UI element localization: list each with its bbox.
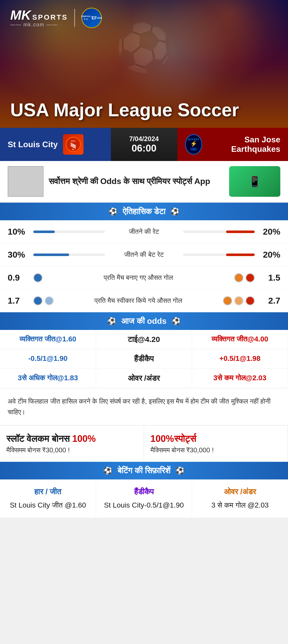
odds-away-win[interactable]: व्यक्तिगत जीत@4.00 bbox=[192, 330, 288, 349]
stat-label-goals-scored: प्रति मैच बनाए गए औसत गोल bbox=[42, 274, 234, 282]
soccer-ball-icon-betting-right: ⚽ bbox=[176, 466, 185, 475]
quakes-icon: ⚡ bbox=[190, 141, 197, 147]
note-text: अवे टीम फिलहाल जीत हासिल करने के लिए संघ… bbox=[0, 388, 288, 425]
bar-track-left-1 bbox=[33, 231, 105, 233]
odds-section: ⚽ आज की odds ⚽ व्यक्तिगत जीत@1.60 टाई@4.… bbox=[0, 312, 288, 388]
header-banner: MK SPORTS —— mk.com —— EMPOLI F.C. EF 19… bbox=[0, 0, 288, 128]
stat-right-win-rate: 20% bbox=[255, 227, 280, 237]
ball-icon-orange-1 bbox=[234, 273, 243, 282]
stat-left-goals-conceded: 1.7 bbox=[8, 296, 33, 306]
sports-text: SPORTS bbox=[32, 14, 68, 21]
svg-point-6 bbox=[190, 148, 197, 151]
betting-col-header-ou: ओवर /अंडर bbox=[197, 487, 283, 496]
stat-label-bet-rate: जीतने की बेट रेट bbox=[105, 251, 183, 259]
away-team-badge: QUAKES ⚡ bbox=[185, 134, 202, 155]
quakes-label: QUAKES bbox=[188, 138, 199, 141]
ball-icon-orange-3 bbox=[234, 296, 243, 305]
odds-tie[interactable]: टाई@4.20 bbox=[96, 330, 192, 349]
stat-right-goals-scored: 1.5 bbox=[255, 273, 280, 283]
stat-right-bet-rate: 20% bbox=[255, 250, 280, 260]
stat-bar-left-bet-rate bbox=[33, 254, 105, 256]
bonus-sports-subtitle: मैक्सिमम बोनस ₹30,000 ! bbox=[151, 446, 281, 454]
note-content: अवे टीम फिलहाल जीत हासिल करने के लिए संघ… bbox=[8, 397, 271, 416]
betting-section: ⚽ बेटिंग की सिफ़ारिशें ⚽ हार / जीत St Lo… bbox=[0, 462, 288, 518]
icon-row-left-goals-conceded bbox=[33, 296, 54, 305]
app-screenshots: 📱 bbox=[229, 166, 280, 197]
stat-row-goals-conceded: 1.7 प्रति मैच स्वीकार किये गये औसत गोल 2… bbox=[0, 289, 288, 312]
soccer-ball-icon-left: ⚽ bbox=[109, 207, 118, 216]
home-team-section: St Louis City CITY SC bbox=[0, 128, 111, 161]
stat-row-bet-rate: 30% जीतने की बेट रेट 20% bbox=[0, 243, 288, 266]
app-promo-banner[interactable]: सर्वोत्तम श्रेणी की Odds के साथ प्रीमियर… bbox=[0, 161, 288, 203]
soccer-ball-icon-betting-left: ⚽ bbox=[103, 466, 112, 475]
match-time: 06:00 bbox=[132, 143, 156, 154]
betting-col-handicap: हैंडीकैप St Louis City-0.5/1@1.90 bbox=[96, 480, 192, 518]
logo-divider bbox=[74, 9, 75, 27]
icon-row-right-goals-scored bbox=[234, 273, 255, 282]
stat-left-goals-scored: 0.9 bbox=[8, 273, 33, 283]
odds-away-handicap[interactable]: +0.5/1@1.98 bbox=[192, 349, 288, 369]
odds-header: ⚽ आज की odds ⚽ bbox=[0, 312, 288, 330]
app-promo-text: सर्वोत्तम श्रेणी की Odds के साथ प्रीमियर… bbox=[49, 176, 224, 187]
betting-header: ⚽ बेटिंग की सिफ़ारिशें ⚽ bbox=[0, 462, 288, 479]
betting-col-header-win-loss: हार / जीत bbox=[5, 487, 91, 496]
banner-title: USA Major League Soccer bbox=[10, 100, 278, 120]
icon-row-right-goals-conceded bbox=[223, 296, 255, 305]
bar-fill-blue-1 bbox=[33, 231, 55, 233]
icon-row-left-goals-scored bbox=[33, 273, 42, 282]
ball-icon-red-1 bbox=[246, 273, 255, 282]
away-team-name: San Jose Earthquakes bbox=[207, 135, 280, 154]
match-header: St Louis City CITY SC 7/04/2024 06:00 QU… bbox=[0, 128, 288, 161]
ball-icon-blue-2 bbox=[33, 296, 42, 305]
bonus-card-slots[interactable]: स्लॉट वेलकम बोनस 100% मैक्सिमम बोनस ₹30,… bbox=[0, 426, 144, 462]
svg-text:SC: SC bbox=[72, 148, 74, 150]
bar-track-right-2 bbox=[183, 254, 255, 256]
app-promo-image-placeholder bbox=[8, 166, 44, 197]
bottom-padding bbox=[0, 518, 288, 569]
home-team-badge: CITY SC bbox=[63, 134, 83, 155]
away-team-section: QUAKES ⚡ San Jose Earthquakes bbox=[177, 128, 288, 161]
odds-over[interactable]: 3से अधिक गोल@1.83 bbox=[0, 369, 96, 388]
odds-ou-label: ओवर /अंडर bbox=[96, 369, 192, 388]
odds-home-handicap[interactable]: -0.5/1@1.90 bbox=[0, 349, 96, 369]
domain-text: —— mk.com —— bbox=[10, 22, 58, 28]
bonus-slots-title: स्लॉट वेलकम बोनस 100% bbox=[6, 433, 137, 444]
mk-sports-logo: MK SPORTS —— mk.com —— bbox=[10, 8, 68, 28]
betting-col-win-loss: हार / जीत St Louis City जीत @1.60 bbox=[0, 480, 96, 518]
betting-col-ou: ओवर /अंडर 3 से कम गोल @2.03 bbox=[192, 480, 288, 518]
betting-col-value-ou: 3 से कम गोल @2.03 bbox=[197, 500, 283, 510]
banner-title-area: USA Major League Soccer bbox=[0, 95, 288, 128]
stat-label-win-rate: जीतने की रेट bbox=[105, 228, 183, 236]
logo-area: MK SPORTS —— mk.com —— EMPOLI F.C. EF 19… bbox=[10, 8, 102, 28]
historical-title: ऐतिहासिक डेटा bbox=[123, 207, 166, 216]
stat-bar-right-win-rate bbox=[183, 231, 255, 233]
stat-left-bet-rate: 30% bbox=[8, 250, 33, 260]
stat-row-goals-scored: 0.9 प्रति मैच बनाए गए औसत गोल 1.5 bbox=[0, 266, 288, 289]
odds-grid: व्यक्तिगत जीत@1.60 टाई@4.20 व्यक्तिगत जी… bbox=[0, 330, 288, 388]
bar-fill-red-2 bbox=[226, 254, 255, 256]
betting-grid: हार / जीत St Louis City जीत @1.60 हैंडीक… bbox=[0, 479, 288, 518]
stat-bar-left-win-rate bbox=[33, 231, 105, 233]
odds-title: आज की odds bbox=[121, 316, 166, 326]
stat-label-goals-conceded: प्रति मैच स्वीकार किये गये औसत गोल bbox=[54, 297, 223, 305]
match-date: 7/04/2024 bbox=[129, 135, 159, 143]
odds-handicap-label: हैंडीकैप bbox=[96, 349, 192, 369]
match-center: 7/04/2024 06:00 bbox=[111, 128, 177, 161]
odds-under[interactable]: 3से कम गोल@2.03 bbox=[192, 369, 288, 388]
ball-icon-blue-1 bbox=[33, 273, 42, 282]
betting-col-header-handicap: हैंडीकैप bbox=[101, 487, 187, 496]
ball-icon-orange-2 bbox=[223, 296, 232, 305]
bar-track-right-1 bbox=[183, 231, 255, 233]
odds-home-win[interactable]: व्यक्तिगत जीत@1.60 bbox=[0, 330, 96, 349]
bonus-sports-title: 100%स्पोर्ट्स bbox=[151, 433, 281, 444]
svg-text:CITY: CITY bbox=[71, 140, 76, 142]
bonus-card-sports[interactable]: 100%स्पोर्ट्स मैक्सिमम बोनस ₹30,000 ! bbox=[144, 426, 288, 462]
betting-title: बेटिंग की सिफ़ारिशें bbox=[118, 466, 170, 475]
bar-fill-red-1 bbox=[226, 231, 255, 233]
soccer-ball-icon-odds-right: ⚽ bbox=[172, 317, 181, 325]
bonus-slots-subtitle: मैक्सिमम बोनस ₹30,000 ! bbox=[6, 446, 137, 454]
ball-icon-blue-3 bbox=[45, 296, 54, 305]
stat-row-win-rate: 10% जीतने की रेट 20% bbox=[0, 220, 288, 243]
historical-header: ⚽ ऐतिहासिक डेटा ⚽ bbox=[0, 203, 288, 220]
betting-col-value-win-loss: St Louis City जीत @1.60 bbox=[5, 500, 91, 510]
